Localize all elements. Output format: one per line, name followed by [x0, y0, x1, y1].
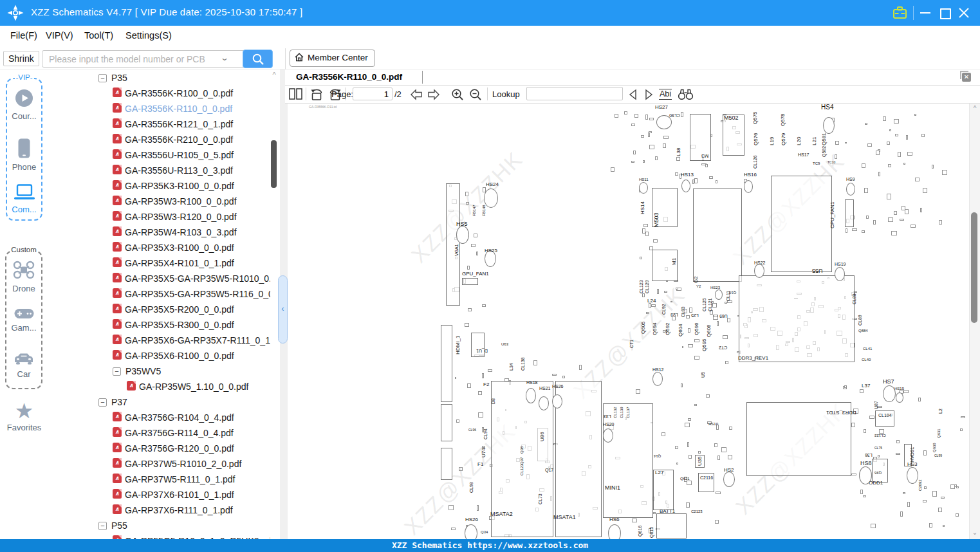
menu-settings[interactable]: Settings(S) [125, 30, 172, 41]
tree-file-row[interactable]: ∧GA-RP35X6-GA-RP35X7-R111_0_1.pdf [48, 332, 270, 347]
tree-item-label[interactable]: GA-RP35X5-GA-RP35W5-R1010_0.pdf [125, 273, 270, 284]
tree-item-label[interactable]: GA-RP37W5-R111_0_1.pdf [125, 474, 235, 484]
tree-file-row[interactable]: ∧GA-RP35X6-R100_0_0.pdf [48, 347, 270, 363]
zoom-out-icon[interactable] [469, 88, 483, 102]
sidebar-item-computer[interactable]: Com... [7, 184, 41, 214]
tree-item-label[interactable]: GA-RP35X5-R200_0_0.pdf [125, 304, 234, 315]
tree-file-row[interactable]: ∧GA-R3756G-R114_0_4.pdf [48, 425, 270, 440]
shrink-button[interactable]: Shrink [3, 51, 39, 66]
tree-item-label[interactable]: GA-RP35W4-R103_0_3.pdf [125, 227, 237, 237]
tree-file-row[interactable]: ∧GA-RP35W3-R100_0_0.pdf [48, 193, 270, 208]
tree-file-row[interactable]: ∧GA-RP35W3-R120_0_0.pdf [48, 208, 270, 224]
tree-file-row[interactable]: ∧GA-RP35X4-R101_0_1.pdf [48, 255, 270, 270]
tree-item-label[interactable]: GA-R3556U-R105_0_5.pdf [125, 150, 234, 160]
chevron-down-icon[interactable]: ⌄ [220, 53, 229, 62]
sidebar-item-course[interactable]: Cour... [7, 89, 41, 121]
minimize-button[interactable] [920, 12, 930, 14]
tree-item-label[interactable]: GA-R3556K-R110_0_0.pdf [125, 104, 232, 114]
menu-file[interactable]: File(F) [10, 30, 37, 41]
tree-file-row[interactable]: ∧GA-R3556K-R100_0_0.pdf [48, 85, 270, 100]
tree-item-label[interactable]: GA-RP35X4-R101_0_1.pdf [125, 258, 234, 268]
tree-file-row[interactable]: ∧GA-R3556U-R113_0_3.pdf [48, 162, 270, 178]
sidebar-item-favorites[interactable]: ★ Favorites [0, 400, 48, 432]
tree-item-label[interactable]: GA-RP35X3-R100_0_0.pdf [125, 243, 234, 253]
collapse-icon[interactable]: − [113, 367, 121, 376]
sidebar-item-drone[interactable]: Drone [6, 260, 41, 293]
find-next-icon[interactable] [643, 89, 654, 100]
lookup-input[interactable] [526, 87, 623, 100]
pdf-canvas[interactable]: XZZ@XZZHKXZZ@XZZHKXZZ@XZZHKXZZ@XZZHKXZZ@… [288, 104, 969, 539]
binoculars-icon[interactable] [678, 88, 694, 100]
collapse-icon[interactable]: − [98, 398, 107, 407]
tree-item-label[interactable]: GA-RP35W3-R120_0_0.pdf [125, 212, 237, 222]
page-number-input[interactable] [353, 87, 393, 100]
tree-item-label[interactable]: GA-R3756G-R114_0_4.pdf [125, 428, 234, 438]
tree-file-row[interactable]: ∧GA-R3756G-R104_0_4.pdf [48, 409, 270, 425]
scroll-down-icon[interactable]: ⌄ [971, 529, 979, 536]
sidebar-item-game[interactable]: Gam... [6, 308, 41, 333]
search-button[interactable] [243, 50, 273, 68]
tree-item-label[interactable]: GA-RP35W5_1.10_0_0.pdf [139, 382, 248, 392]
tree-file-row[interactable]: ∧GA-RP35X5-R300_0_0.pdf [48, 317, 270, 332]
facing-pages-icon[interactable] [289, 88, 302, 100]
tree-item-label[interactable]: GA-RP35W3-R100_0_0.pdf [125, 196, 237, 207]
tree-item-label[interactable]: GA-RP37W5-R1010_2_0.pdf [125, 459, 241, 469]
collapse-panel-handle[interactable]: ‹ [278, 275, 288, 344]
scroll-up-icon[interactable]: ^ [971, 105, 979, 112]
collapse-icon[interactable]: − [98, 74, 107, 82]
tree-file-row[interactable]: ∧GA-RP35X5-GA-RP35W5-R116_0_0.pdf [48, 286, 270, 301]
find-prev-icon[interactable] [627, 89, 638, 100]
tree-item-label[interactable]: GA-RP37X6-R101_0_1.pdf [125, 490, 234, 500]
tree-file-row[interactable]: ∧GA-RP37W5-R1010_2_0.pdf [48, 455, 270, 471]
collapse-icon[interactable]: − [98, 522, 107, 530]
tree-file-row[interactable]: ∧GA-RP35X3-R100_0_0.pdf [48, 239, 270, 255]
next-page-icon[interactable] [427, 89, 441, 100]
menu-tool[interactable]: Tool(T) [84, 30, 113, 41]
tree-file-row[interactable]: ∧GA-R3556K-R210_0_0.pdf [48, 131, 270, 147]
tree-item-label[interactable]: GA-RP35X5-R300_0_0.pdf [125, 320, 234, 330]
tree-item-label[interactable]: GA-R3556K-R210_0_0.pdf [125, 134, 233, 145]
tree-file-row[interactable]: ∧GA-RP37X6-R101_0_1.pdf [48, 486, 270, 502]
tree-file-row[interactable]: ∧GA-RP35W5_1.10_0_0.pdf [48, 378, 270, 394]
sidebar-item-car[interactable]: Car [6, 351, 41, 379]
close-document-icon[interactable]: ✕ [960, 71, 972, 82]
tree-item-label[interactable]: P35 [111, 73, 127, 83]
tree-item-label[interactable]: GA-RP35K3-R100_0_0.pdf [125, 181, 234, 191]
tree-item-label[interactable]: P35WV5 [125, 366, 161, 376]
maximize-button[interactable] [940, 8, 951, 19]
menu-vip[interactable]: VIP(V) [46, 30, 73, 41]
tree-item-label[interactable]: GA-R3556U-R113_0_3.pdf [125, 165, 233, 176]
sidebar-item-phone[interactable]: Phone [7, 138, 41, 172]
tree-file-row[interactable]: ∧GA-RP35K3-R100_0_0.pdf [48, 178, 270, 193]
zoom-in-icon[interactable] [451, 88, 465, 102]
tree-file-row[interactable]: ∧GA-R3556K-R110_0_0.pdf [48, 100, 270, 116]
tree-scrollbar-thumb[interactable] [271, 140, 277, 188]
tree-group-row[interactable]: −P55 [48, 517, 270, 533]
tree-group-row[interactable]: −P35WV5 [48, 363, 270, 378]
tree-group-row[interactable]: −P35 [48, 69, 270, 85]
tree-file-row[interactable]: ∧GA-RP37X6-R111_0_1.pdf [48, 502, 270, 517]
tree-item-label[interactable]: GA-RP35X6-GA-RP35X7-R111_0_1.pdf [125, 335, 270, 345]
rotate-left-icon[interactable] [310, 87, 324, 101]
tree-item-label[interactable]: P55 [111, 520, 127, 531]
briefcase-icon[interactable] [892, 6, 907, 19]
tree-item-label[interactable]: GA-R3756G-R120_0_0.pdf [125, 443, 234, 454]
prev-page-icon[interactable] [409, 89, 423, 100]
tree-file-row[interactable]: ∧GA-RP35W4-R103_0_3.pdf [48, 224, 270, 239]
match-case-icon[interactable]: Abi [659, 89, 672, 100]
tree-group-row[interactable]: −P37 [48, 394, 270, 409]
tree-file-row[interactable]: ∧GA-RP55G5-R10_0_1_0_R5UK8.pdf [48, 533, 270, 539]
tree-file-row[interactable]: ∧GA-R3556U-R105_0_5.pdf [48, 147, 270, 162]
tree-file-row[interactable]: ∧GA-RP35X5-GA-RP35W5-R1010_0.pdf [48, 270, 270, 286]
tree-file-row[interactable]: ∧GA-RP37W5-R111_0_1.pdf [48, 471, 270, 486]
tree-item-label[interactable]: GA-RP35X6-R100_0_0.pdf [125, 351, 234, 361]
tree-item-label[interactable]: P37 [111, 397, 127, 407]
tree-item-label[interactable]: GA-R3556K-R100_0_0.pdf [125, 88, 233, 98]
tree-file-row[interactable]: ∧GA-R3556K-R121_0_1.pdf [48, 116, 270, 131]
tree-item-label[interactable]: GA-R3556K-R121_0_1.pdf [125, 119, 233, 129]
viewer-scrollbar-thumb[interactable] [971, 212, 977, 323]
tree-item-label[interactable]: GA-RP35X5-GA-RP35W5-R116_0_0.pdf [125, 289, 270, 299]
tree-item-label[interactable]: GA-RP37X6-R111_0_1.pdf [125, 505, 233, 515]
model-search-input[interactable] [42, 50, 248, 68]
tab-active-pdf[interactable]: GA-R3556K-R110_0_0.pdf [296, 72, 402, 82]
